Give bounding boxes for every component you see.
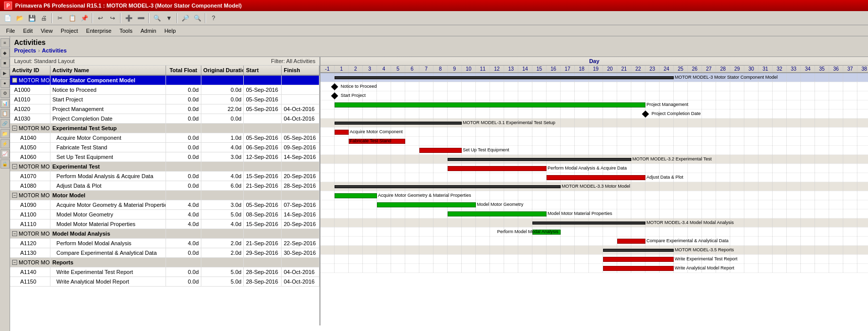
side-icon-11[interactable]: ⚡ bbox=[1, 139, 10, 148]
gantt-grid-bg bbox=[320, 228, 868, 236]
expand-btn[interactable]: − bbox=[12, 231, 17, 236]
table-row[interactable]: A1020Project Management0.0d22.0d05-Sep-2… bbox=[10, 104, 319, 114]
table-row[interactable]: A1080Adjust Data & Plot0.0d6.0d21-Sep-20… bbox=[10, 181, 319, 191]
paste-btn[interactable]: 📌 bbox=[79, 13, 90, 24]
breadcrumb-projects[interactable]: Projects bbox=[14, 47, 36, 53]
cell-start: 05-Sep-2016 bbox=[244, 133, 282, 142]
col-header-total-float[interactable]: Total Float bbox=[166, 66, 201, 75]
table-row[interactable]: A1000Notice to Proceed0.0d0.0d05-Sep-201… bbox=[10, 85, 319, 95]
cell-total-float: 0.0d bbox=[166, 267, 201, 277]
find-btn[interactable]: 🔍 bbox=[151, 13, 162, 24]
table-row[interactable]: −MOTOR MODEL-3Motor Stator Component Mod… bbox=[10, 76, 319, 85]
expand-btn[interactable]: − bbox=[12, 193, 17, 198]
filter-btn[interactable]: ▼ bbox=[164, 13, 175, 24]
table-row[interactable]: −MOTOR MODEL-3.3Motor Model bbox=[10, 191, 319, 200]
cut-btn[interactable]: ✂ bbox=[55, 13, 66, 24]
menu-project[interactable]: Project bbox=[57, 27, 82, 35]
new-btn[interactable]: 📄 bbox=[2, 13, 13, 24]
col-header-finish[interactable]: Finish bbox=[282, 66, 319, 75]
menu-tools[interactable]: Tools bbox=[116, 27, 137, 35]
table-row[interactable]: A1070Perform Modal Analysis & Acquire Da… bbox=[10, 172, 319, 181]
expand-btn[interactable]: − bbox=[12, 78, 17, 83]
day-number: 10 bbox=[462, 66, 476, 72]
undo-btn[interactable]: ↩ bbox=[95, 13, 106, 24]
col-header-start[interactable]: Start bbox=[244, 66, 282, 75]
cell-activity-id: A1140 bbox=[10, 267, 50, 277]
cell-orig-dur: 4.0d bbox=[201, 219, 244, 229]
side-icon-9[interactable]: 🔗 bbox=[1, 119, 10, 128]
cell-activity-id: A1030 bbox=[10, 114, 50, 123]
table-row[interactable]: A1040Acquire Motor Component0.0d1.0d05-S… bbox=[10, 133, 319, 143]
gantt-grid-bg bbox=[320, 264, 868, 272]
side-icon-5[interactable]: ● bbox=[1, 79, 10, 88]
print-btn[interactable]: 🖨 bbox=[38, 13, 49, 24]
menu-edit[interactable]: Edit bbox=[19, 27, 37, 35]
cell-activity-id: A1130 bbox=[10, 248, 50, 257]
side-icon-10[interactable]: 📁 bbox=[1, 129, 10, 138]
breadcrumb-activities[interactable]: Activities bbox=[42, 47, 67, 53]
side-icon-2[interactable]: ◆ bbox=[1, 48, 10, 58]
help-btn[interactable]: ? bbox=[208, 13, 219, 24]
table-row[interactable]: A1140Write Experimental Test Report0.0d5… bbox=[10, 267, 319, 277]
side-icon-12[interactable]: 📈 bbox=[1, 149, 10, 158]
side-icon-4[interactable]: ▶ bbox=[1, 69, 10, 78]
day-number: 19 bbox=[589, 66, 603, 72]
gantt-bar-green bbox=[335, 102, 645, 107]
side-icon-13[interactable]: 🔒 bbox=[1, 159, 10, 169]
table-row[interactable]: −MOTOR MODEL-3.4Model Modal Analysis bbox=[10, 229, 319, 239]
cell-orig-dur: 0.0d bbox=[201, 95, 244, 104]
table-row[interactable]: −MOTOR MODEL-3.2Experimental Test bbox=[10, 162, 319, 172]
table-row[interactable]: A1090Acquire Motor Geometry & Material P… bbox=[10, 200, 319, 210]
table-row[interactable]: A1030Project Completion Date0.0d0.0d04-O… bbox=[10, 114, 319, 124]
table-row[interactable]: A1100Model Motor Geometry4.0d5.0d08-Sep-… bbox=[10, 210, 319, 219]
table-row[interactable]: A1110Model Motor Material Properties4.0d… bbox=[10, 219, 319, 229]
table-row[interactable]: −MOTOR MODEL-3.1Experimental Test Setup bbox=[10, 124, 319, 133]
redo-btn[interactable]: ↪ bbox=[107, 13, 118, 24]
filter-bar: Layout: Standard Layout Filter: All Acti… bbox=[10, 57, 319, 66]
col-header-orig-dur[interactable]: Original Duration bbox=[201, 66, 244, 75]
gantt-row: Fabricate Test Stand bbox=[320, 137, 868, 146]
col-header-activity-id[interactable]: Activity ID bbox=[10, 66, 50, 75]
table-row[interactable]: −MOTOR MODEL-3.5Reports bbox=[10, 258, 319, 267]
gantt-panel[interactable]: Day -11234567891011121314151617181920212… bbox=[320, 57, 868, 325]
expand-btn[interactable]: − bbox=[12, 164, 17, 169]
cell-total-float bbox=[166, 162, 201, 171]
cell-orig-dur bbox=[201, 76, 244, 85]
cell-total-float bbox=[166, 76, 201, 85]
cell-total-float: 0.0d bbox=[166, 277, 201, 286]
table-row[interactable]: A1150Write Analytical Model Report0.0d5.… bbox=[10, 277, 319, 287]
add-btn[interactable]: ➕ bbox=[123, 13, 134, 24]
cell-total-float: 0.0d bbox=[166, 181, 201, 190]
side-icon-3[interactable]: ■ bbox=[1, 59, 10, 68]
menu-admin[interactable]: Admin bbox=[136, 27, 160, 35]
menu-view[interactable]: View bbox=[37, 27, 57, 35]
side-icon-8[interactable]: 📋 bbox=[1, 109, 10, 118]
cell-activity-id: A1110 bbox=[10, 219, 50, 229]
side-icon-6[interactable]: ⚙ bbox=[1, 89, 10, 98]
table-row[interactable]: A1060Set Up Test Equipment0.0d3.0d12-Sep… bbox=[10, 152, 319, 162]
save-btn[interactable]: 💾 bbox=[26, 13, 37, 24]
expand-btn[interactable]: − bbox=[12, 260, 17, 265]
del-btn[interactable]: ➖ bbox=[135, 13, 146, 24]
side-icon-1[interactable]: ≡ bbox=[1, 38, 10, 47]
menu-file[interactable]: File bbox=[2, 27, 19, 35]
table-row[interactable]: A1050Fabricate Test Stand0.0d4.0d06-Sep-… bbox=[10, 143, 319, 152]
side-icon-7[interactable]: 📊 bbox=[1, 99, 10, 108]
cell-activity-id: A1060 bbox=[10, 152, 50, 161]
open-btn[interactable]: 📂 bbox=[14, 13, 25, 24]
table-row[interactable]: A1120Perform Model Modal Analysis4.0d2.0… bbox=[10, 239, 319, 248]
zoom-out-btn[interactable]: 🔍 bbox=[192, 13, 203, 24]
cell-finish: 14-Sep-2016 bbox=[282, 152, 319, 161]
col-header-activity-name[interactable]: Activity Name bbox=[50, 66, 166, 75]
table-row[interactable]: A1130Compare Experimental & Analytical D… bbox=[10, 248, 319, 258]
day-number: 18 bbox=[575, 66, 589, 72]
copy-btn[interactable]: 📋 bbox=[67, 13, 78, 24]
menu-help[interactable]: Help bbox=[160, 27, 180, 35]
menu-enterprise[interactable]: Enterprise bbox=[82, 27, 116, 35]
gantt-group-bar bbox=[448, 158, 631, 161]
cell-orig-dur: 5.0d bbox=[201, 277, 244, 286]
activity-table-panel: Layout: Standard Layout Filter: All Acti… bbox=[10, 57, 320, 325]
zoom-in-btn[interactable]: 🔎 bbox=[180, 13, 191, 24]
table-row[interactable]: A1010Start Project0.0d0.0d05-Sep-2016 bbox=[10, 95, 319, 104]
expand-btn[interactable]: − bbox=[12, 126, 17, 131]
